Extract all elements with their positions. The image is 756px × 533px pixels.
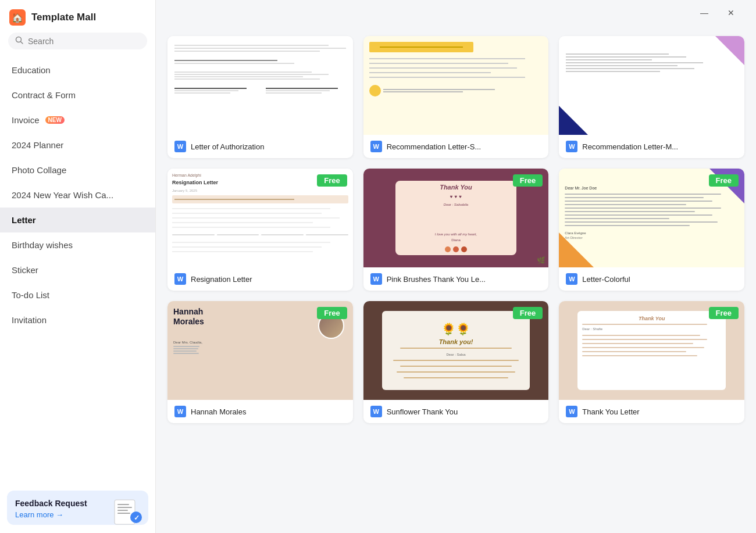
sidebar-item-birthday-wishes[interactable]: Birthday wishes — [0, 232, 155, 257]
card-footer-colorful: W Letter-Colorful — [559, 267, 744, 291]
template-preview-colorful: Dear Mr. Joe Doe Clara Evégne Art Direct… — [559, 169, 744, 267]
nav-label-birthday-wishes: Birthday wishes — [12, 240, 73, 250]
close-button[interactable]: ✕ — [718, 3, 744, 22]
doc-icon: W — [370, 406, 382, 417]
app-title: Template Mall — [31, 12, 96, 23]
nav-label-invoice: Invoice — [12, 115, 40, 125]
search-icon — [15, 36, 23, 46]
template-preview-ty3: Thank You Dear : Shafie Free — [559, 301, 744, 400]
main-content: — ✕ — [156, 0, 756, 533]
doc-icon: W — [174, 406, 186, 417]
sidebar-item-photo-collage[interactable]: Photo Collage — [0, 158, 155, 183]
free-badge-hannah: Free — [317, 307, 347, 319]
template-card-resignation[interactable]: Herman Adelphi Resignation Letter Januar… — [167, 169, 353, 291]
nav-label-sticker: Sticker — [12, 265, 38, 275]
minimize-button[interactable]: — — [691, 3, 718, 22]
sidebar-item-contract-form[interactable]: Contract & Form — [0, 83, 155, 108]
invoice-badge: NEW — [45, 116, 65, 124]
app-logo-icon: 🏠 — [9, 9, 26, 26]
template-card-colorful[interactable]: Dear Mr. Joe Doe Clara Evégne Art Direct… — [559, 169, 744, 291]
card-footer-rec-s: W Recommendation Letter-S... — [363, 135, 549, 158]
template-preview-rec-m — [559, 36, 744, 135]
nav-list: Education Contract & Form Invoice NEW 20… — [0, 55, 155, 485]
feedback-banner: Feedback Request Learn more → ✓ — [7, 491, 148, 525]
template-preview-pink-ty: Thank You ♥ ♥ ♥ Dear : Salsabila — [363, 169, 549, 267]
card-footer-resignation: W Resignation Letter — [167, 267, 353, 291]
doc-icon: W — [566, 273, 577, 285]
template-card-ty3[interactable]: Thank You Dear : Shafie Free W Thank Yo — [559, 301, 744, 423]
card-footer-sunflower: W Sunflower Thank You — [363, 400, 549, 423]
template-card-rec-s[interactable]: W Recommendation Letter-S... — [363, 36, 549, 158]
svg-text:✓: ✓ — [134, 514, 140, 522]
template-preview-rec-s — [363, 36, 549, 135]
card-name-rec-m: Recommendation Letter-M... — [582, 142, 678, 151]
nav-label-education: Education — [12, 65, 51, 75]
doc-icon: W — [566, 141, 577, 152]
nav-label-2024-planner: 2024 Planner — [12, 140, 63, 150]
survey-illustration: ✓ — [112, 495, 144, 525]
sidebar-item-letter[interactable]: Letter — [0, 208, 155, 232]
svg-rect-3 — [117, 504, 129, 505]
doc-icon: W — [370, 141, 382, 152]
svg-rect-4 — [117, 507, 132, 508]
template-card-sunflower[interactable]: 🌻🌻 Thank you! Dear : Salsa Free W Sunflo… — [363, 301, 549, 423]
card-name-ty3: Thank You Letter — [582, 407, 639, 416]
nav-label-photo-collage: Photo Collage — [12, 165, 66, 175]
template-card-rec-m[interactable]: W Recommendation Letter-M... — [559, 36, 744, 158]
template-preview-resignation: Herman Adelphi Resignation Letter Januar… — [167, 169, 353, 267]
card-footer-hannah: W Hannah Morales — [167, 400, 353, 423]
free-badge-resignation: Free — [317, 174, 347, 187]
free-badge-sunflower: Free — [513, 307, 543, 319]
free-badge-colorful: Free — [709, 174, 739, 187]
card-name-rec-s: Recommendation Letter-S... — [387, 142, 482, 151]
sidebar-item-invitation[interactable]: Invitation — [0, 307, 155, 332]
sidebar-item-invoice[interactable]: Invoice NEW — [0, 108, 155, 133]
search-bar[interactable] — [8, 33, 147, 49]
sidebar-item-2024-new-year[interactable]: 2024 New Year Wish Ca... — [0, 183, 155, 208]
app-header: 🏠 Template Mall — [0, 0, 155, 33]
card-name-resignation: Resignation Letter — [191, 275, 252, 284]
ty-title: Thank You — [440, 184, 472, 191]
template-preview-letter-auth — [167, 36, 353, 135]
svg-rect-5 — [117, 510, 128, 511]
template-preview-hannah: HannahMorales Dear Mrs. Claudia, — [167, 301, 353, 400]
svg-line-1 — [21, 42, 23, 44]
doc-icon: W — [174, 273, 186, 285]
feedback-link-text: Learn more → — [15, 510, 63, 519]
nav-label-to-do-list: To-do List — [12, 290, 49, 300]
ty-card: Thank You ♥ ♥ ♥ Dear : Salsabila — [395, 181, 516, 255]
svg-rect-6 — [117, 513, 130, 514]
sidebar-item-education[interactable]: Education — [0, 58, 155, 83]
template-preview-sunflower: 🌻🌻 Thank you! Dear : Salsa Free — [363, 301, 549, 400]
card-name-letter-auth: Letter of Authorization — [191, 142, 264, 151]
nav-label-invitation: Invitation — [12, 315, 47, 325]
sidebar-item-to-do-list[interactable]: To-do List — [0, 282, 155, 307]
template-grid: W Letter of Authorization — [167, 24, 744, 423]
nav-label-letter: Letter — [12, 215, 36, 225]
card-footer-ty3: W Thank You Letter — [559, 400, 744, 423]
nav-label-contract-form: Contract & Form — [12, 90, 76, 100]
card-footer-pink-ty: W Pink Brushes Thank You Le... — [363, 267, 549, 291]
card-footer-rec-m: W Recommendation Letter-M... — [559, 135, 744, 158]
card-name-hannah: Hannah Morales — [191, 407, 246, 416]
sidebar-item-2024-planner[interactable]: 2024 Planner — [0, 133, 155, 158]
template-card-hannah[interactable]: HannahMorales Dear Mrs. Claudia, — [167, 301, 353, 423]
card-name-colorful: Letter-Colorful — [582, 275, 630, 284]
template-card-letter-auth[interactable]: W Letter of Authorization — [167, 36, 353, 158]
doc-icon: W — [566, 406, 577, 417]
doc-icon: W — [174, 141, 186, 152]
search-input[interactable] — [28, 37, 140, 46]
card-name-sunflower: Sunflower Thank You — [387, 407, 458, 416]
template-card-pink-ty[interactable]: Thank You ♥ ♥ ♥ Dear : Salsabila — [363, 169, 549, 291]
free-badge-ty3: Free — [709, 307, 739, 319]
sidebar-item-sticker[interactable]: Sticker — [0, 257, 155, 282]
free-badge-pink-ty: Free — [513, 174, 543, 187]
card-name-pink-ty: Pink Brushes Thank You Le... — [387, 275, 486, 284]
card-footer-letter-auth: W Letter of Authorization — [167, 135, 353, 158]
nav-label-2024-new-year: 2024 New Year Wish Ca... — [12, 190, 113, 200]
doc-icon: W — [370, 273, 382, 285]
sidebar: 🏠 Template Mall Education Contract & For… — [0, 0, 156, 533]
